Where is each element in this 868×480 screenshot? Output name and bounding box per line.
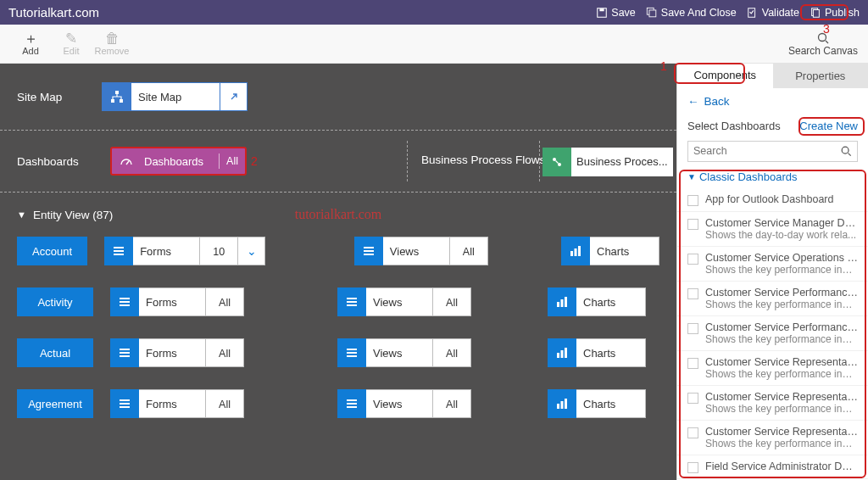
svg-rect-25 [120,301,130,303]
svg-rect-48 [557,404,559,409]
remove-button: 🗑Remove [92,31,132,56]
svg-line-12 [126,161,129,165]
checkbox[interactable] [687,288,698,299]
svg-rect-49 [561,401,564,409]
checkbox[interactable] [687,393,698,404]
svg-rect-28 [347,301,357,303]
bpf-tile[interactable]: Business Proces... [542,148,673,176]
checkbox[interactable] [687,195,698,206]
svg-rect-38 [347,355,357,357]
bpf-icon [542,148,571,176]
svg-rect-40 [561,350,564,358]
search-input[interactable] [693,145,840,157]
grid-icon [104,237,133,265]
save-close-icon [646,7,658,19]
publish-button[interactable]: Publish [810,7,860,19]
header-bar: Tutorialkart.com Save Save And Close Val… [0,0,868,25]
canvas: Site Map Site Map Dashboards Dashboards … [0,64,676,480]
sitemap-expand[interactable] [220,82,248,111]
forms-tile[interactable]: FormsAll [110,338,244,367]
annotation-2: 2 [251,154,258,168]
select-dashboards-label: Select Dashboards [687,120,781,132]
charts-tile[interactable]: Charts [561,237,659,265]
entity-cell[interactable]: Activity [17,287,93,316]
charts-tile[interactable]: Charts [548,389,646,418]
checkbox[interactable] [687,462,698,473]
entity-cell[interactable]: Actual [17,338,93,367]
list-item[interactable]: Field Service Administrator Das... [677,455,868,479]
tab-properties[interactable]: Properties [773,64,869,88]
svg-rect-37 [347,352,357,354]
chevron-down-icon[interactable]: ⌄ [238,237,265,265]
chart-icon [548,389,576,418]
save-button[interactable]: Save [596,7,636,19]
checkbox[interactable] [687,427,698,438]
sitemap-icon [103,82,131,111]
search-icon [840,145,852,157]
checkbox[interactable] [687,254,698,265]
list-item[interactable]: App for Outlook Dashboard [677,188,868,212]
checkbox[interactable] [687,219,698,230]
tab-components[interactable]: Components [677,64,773,88]
list-item[interactable]: Customer Service Operations D...Shows th… [677,247,868,282]
forms-tile[interactable]: FormsAll [110,389,244,418]
checkbox[interactable] [687,358,698,369]
list-item[interactable]: Customer Service Representativ...Shows t… [677,351,868,386]
svg-rect-27 [347,298,357,299]
dashboards-tile[interactable]: Dashboards All [110,147,247,176]
svg-rect-39 [557,353,559,358]
grid-icon [337,338,366,367]
validate-button[interactable]: Validate [747,7,799,19]
svg-rect-50 [565,399,567,409]
classic-dashboards-header[interactable]: ▼ Classic Dashboards [677,167,868,188]
list-item[interactable]: Customer Service Manager Das...Shows the… [677,212,868,247]
create-new-link[interactable]: Create New [799,120,858,132]
grid-icon [337,287,366,316]
svg-rect-46 [347,403,357,405]
views-tile[interactable]: ViewsAll [354,237,488,265]
svg-rect-21 [570,251,573,256]
charts-tile[interactable]: Charts [548,338,646,367]
svg-rect-3 [649,9,656,16]
svg-rect-36 [347,349,357,350]
views-tile[interactable]: ViewsAll [337,338,471,367]
list-item[interactable]: Customer Service Performance ...Shows th… [677,282,868,316]
list-item[interactable]: Customer Service Performance ...Shows th… [677,316,868,351]
save-close-button[interactable]: Save And Close [646,7,737,19]
svg-rect-19 [364,250,374,252]
search-input-wrapper[interactable] [687,141,858,162]
add-button[interactable]: ＋Add [10,31,51,56]
grid-icon [110,287,139,316]
list-item[interactable]: Customer Service Representativ...Shows t… [677,386,868,421]
dashboards-tile-label: Dashboards [141,155,219,168]
checkbox[interactable] [687,323,698,334]
svg-rect-22 [575,248,577,256]
entity-view-header[interactable]: ▼ Entity View (87) tutorialkart.com [0,193,676,237]
forms-tile[interactable]: FormsAll [110,287,244,316]
sitemap-tile[interactable]: Site Map [102,82,220,111]
back-button[interactable]: ← Back [677,88,868,114]
views-tile[interactable]: ViewsAll [337,287,471,316]
svg-rect-16 [114,250,124,252]
svg-rect-23 [578,246,581,256]
forms-tile[interactable]: Forms10⌄ [104,237,265,265]
svg-point-51 [842,148,849,154]
charts-tile[interactable]: Charts [548,287,646,316]
dashboards-label: Dashboards [17,155,110,168]
entity-cell[interactable]: Agreement [17,389,93,418]
views-tile[interactable]: ViewsAll [337,389,471,418]
svg-rect-6 [813,9,819,17]
svg-rect-42 [120,399,130,401]
list-item[interactable]: Customer Service Representativ...Shows t… [677,421,868,455]
svg-rect-10 [111,99,114,103]
svg-rect-41 [565,348,567,358]
chart-icon [561,237,590,265]
annotation-3: 3 [823,22,830,36]
svg-rect-47 [347,406,357,408]
app-title: Tutorialkart.com [8,5,596,20]
chart-icon [548,287,576,316]
annotation-1: 1 [660,59,667,73]
save-icon [596,7,608,19]
dashboards-all[interactable]: All [220,155,245,167]
entity-cell[interactable]: Account [17,237,87,265]
